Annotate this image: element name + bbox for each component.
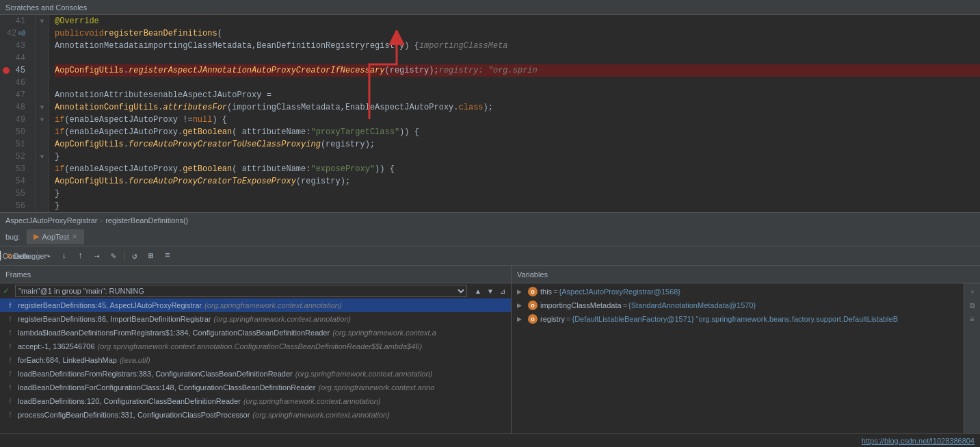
- frame-icon-1: f: [5, 314, 15, 324]
- line-num-50: 50: [0, 126, 29, 138]
- step-out-btn[interactable]: ↑: [73, 248, 88, 264]
- frame-class-7: (org.springframework.context.annotation): [243, 397, 381, 405]
- gutter-49[interactable]: ▼: [36, 101, 49, 114]
- var-icon-this: o: [528, 287, 538, 296]
- frame-name-6: loadBeanDefinitionsForConfigurationClass…: [18, 383, 315, 392]
- frame-class-5: (org.springframework.context.annotation): [295, 370, 433, 378]
- frame-row-2[interactable]: f lambda$loadBeanDefinitionsFromRegistra…: [0, 326, 511, 340]
- code-line-42: public void registerBeanDefinitions (: [55, 27, 980, 40]
- frame-row-4[interactable]: f forEach:684, LinkedHashMap (java.util): [0, 353, 511, 367]
- frame-row-0[interactable]: f registerBeanDefinitions:45, AspectJAut…: [0, 298, 511, 312]
- thread-down-btn[interactable]: ▼: [485, 285, 496, 296]
- variables-side-toolbar: + ⧉ ≡: [964, 283, 980, 433]
- run-cursor-btn[interactable]: ⇢: [90, 248, 105, 264]
- var-name-importing: importingClassMetadata: [540, 301, 622, 309]
- frames-title: Frames: [5, 270, 31, 279]
- debug-tab-bar: bug: ▶ AopTest ✕: [0, 227, 980, 246]
- frame-name-1: registerBeanDefinitions:86, ImportBeanDe…: [18, 315, 211, 323]
- debug-content: Frames ✓ "main"@1 in group "main": RUNNI…: [0, 266, 980, 433]
- code-line-44: [55, 52, 980, 64]
- top-bar: Scratches and Consoles: [0, 0, 980, 15]
- frame-name-8: processConfigBeanDefinitions:331, Config…: [18, 411, 250, 419]
- debug-label: bug:: [5, 233, 20, 241]
- frame-icon-6: f: [5, 383, 15, 392]
- step-into-btn[interactable]: ↓: [57, 248, 72, 264]
- debugger-icon: ⚙: [7, 251, 12, 261]
- expand-icon-registry[interactable]: ▶: [517, 316, 525, 322]
- frame-class-3: (org.springframework.context.annotation.…: [98, 342, 423, 350]
- breadcrumb-method[interactable]: registerBeanDefinitions(): [105, 216, 188, 225]
- code-content: 41 42 ⊙@ 43 44 45 46 47 48 49 50 51 52 5…: [0, 15, 980, 212]
- gutter-47: [36, 77, 49, 89]
- var-row-this[interactable]: ▶ o this = {AspectJAutoProxyRegistrar@15…: [512, 285, 964, 298]
- var-value-this: {AspectJAutoProxyRegistrar@1568}: [559, 288, 680, 296]
- console-icon: ⬜: [0, 251, 1, 261]
- thread-selector[interactable]: "main"@1 in group "main": RUNNING: [15, 285, 467, 297]
- var-row-importing[interactable]: ▶ o importingClassMetadata = {StandardAn…: [512, 298, 964, 312]
- breadcrumb-separator: ›: [101, 216, 103, 225]
- frame-row-8[interactable]: f processConfigBeanDefinitions:331, Conf…: [0, 408, 511, 422]
- code-line-53: if (enableAspectJAutoProxy. getBoolean (…: [55, 163, 980, 175]
- line-num-55: 55: [0, 188, 29, 200]
- variables-header: Variables: [512, 266, 980, 283]
- frame-row-7[interactable]: f loadBeanDefinitions:120, Configuration…: [0, 394, 511, 408]
- copy-value-btn[interactable]: ⧉: [966, 300, 979, 312]
- gutter-43: [36, 27, 49, 40]
- editor-area: 41 42 ⊙@ 43 44 45 46 47 48 49 50 51 52 5…: [0, 15, 980, 227]
- expand-icon-importing[interactable]: ▶: [517, 302, 525, 309]
- frame-icon-0: f: [5, 301, 15, 310]
- line-num-49: 49: [0, 114, 29, 126]
- frame-icon-7: f: [5, 396, 15, 406]
- view-options-btn[interactable]: ≡: [966, 314, 979, 326]
- gutter-48: [36, 89, 49, 101]
- main-container: 41 42 ⊙@ 43 44 45 46 47 48 49 50 51 52 5…: [0, 15, 980, 447]
- variables-panel: Variables ▶ o this = {AspectJAutoProxyRe…: [512, 266, 980, 433]
- frame-class-1: (org.springframework.context.annotation): [213, 315, 351, 323]
- var-value-importing: {StandardAnnotationMetadata@1570}: [628, 301, 756, 309]
- reset-frames-btn[interactable]: ↺: [127, 248, 142, 264]
- gutter-57: [36, 200, 49, 212]
- frame-icon-2: f: [5, 328, 15, 337]
- app-root: Scratches and Consoles 41 42 ⊙@ 43 44 45…: [0, 0, 980, 447]
- var-eq-registry: =: [566, 315, 570, 323]
- debug-tab-icon: ▶: [34, 232, 39, 241]
- var-name-registry: registry: [540, 315, 565, 323]
- breadcrumb-class[interactable]: AspectJAutoProxyRegistrar: [5, 216, 98, 225]
- debug-tab-aoptest[interactable]: ▶ AopTest ✕: [27, 229, 84, 244]
- gutter-53[interactable]: ▼: [36, 151, 49, 163]
- frame-row-1[interactable]: f registerBeanDefinitions:86, ImportBean…: [0, 312, 511, 326]
- frame-name-2: lambda$loadBeanDefinitionsFromRegistrars…: [18, 329, 330, 337]
- line-num-53: 53: [0, 163, 29, 175]
- eval-btn[interactable]: ✎: [106, 248, 121, 264]
- debug-tab-close[interactable]: ✕: [72, 233, 77, 240]
- frames-panel: Frames ✓ "main"@1 in group "main": RUNNI…: [0, 266, 512, 433]
- debug-area: bug: ▶ AopTest ✕ ⬜ Console ⚙ Debugger: [0, 227, 980, 447]
- code-line-49: if (enableAspectJAutoProxy != null ) {: [55, 114, 980, 126]
- variables-title: Variables: [517, 270, 548, 279]
- line-num-52: 52: [0, 151, 29, 163]
- step-over-btn[interactable]: ↷: [40, 248, 55, 264]
- layout-btn[interactable]: ⊞: [144, 248, 159, 264]
- code-lines[interactable]: @Override public void registerBeanDefini…: [49, 15, 980, 212]
- gutter-50[interactable]: ▼: [36, 114, 49, 126]
- thread-up-btn[interactable]: ▲: [473, 285, 484, 296]
- frame-class-6: (org.springframework.context.anno: [318, 383, 434, 392]
- var-row-registry[interactable]: ▶ o registry = {DefaultListableBeanFacto…: [512, 312, 964, 326]
- settings-btn[interactable]: ≡: [160, 248, 175, 264]
- frames-list: f registerBeanDefinitions:45, AspectJAut…: [0, 298, 511, 433]
- frame-class-4: (java.util): [120, 356, 150, 364]
- gutter-44: [36, 40, 49, 52]
- frame-row-3[interactable]: f accept:-1, 1362546706 (org.springframe…: [0, 340, 511, 353]
- thread-filter-btn[interactable]: ⊿: [497, 285, 508, 296]
- frame-row-6[interactable]: f loadBeanDefinitionsForConfigurationCla…: [0, 381, 511, 394]
- gutter-51: [36, 126, 49, 138]
- debugger-button[interactable]: ⚙ Debugger: [19, 248, 34, 264]
- frame-row-5[interactable]: f loadBeanDefinitionsFromRegistrars:383,…: [0, 367, 511, 381]
- gutter-42[interactable]: ▼: [36, 15, 49, 27]
- var-eq-this: =: [553, 288, 557, 296]
- frame-class-8: (org.springframework.context.annotation): [252, 411, 390, 419]
- frame-name-4: forEach:684, LinkedHashMap: [18, 356, 117, 364]
- expand-icon-this[interactable]: ▶: [517, 288, 525, 295]
- url-link[interactable]: https://blog.csdn.net/l1028386804: [862, 437, 975, 445]
- add-watch-btn[interactable]: +: [966, 286, 979, 298]
